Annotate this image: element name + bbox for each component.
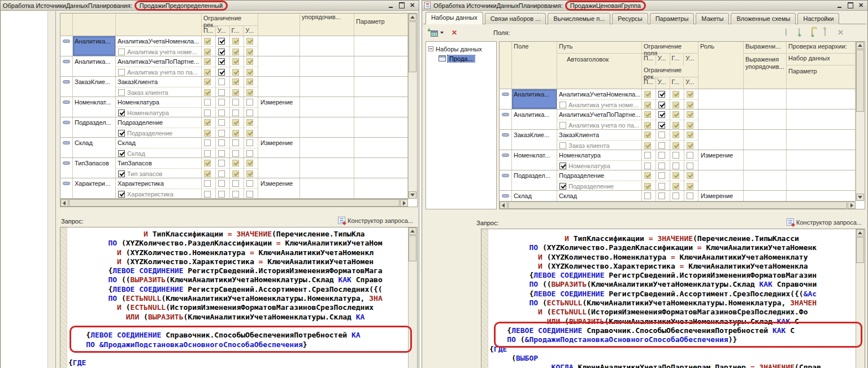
auto-title-checkbox-checked[interactable] [118, 191, 125, 198]
parameter-cell[interactable] [354, 36, 408, 56]
table-row[interactable]: ТипЗапасовТипЗапасовТип запасов [60, 158, 408, 178]
checkbox-dim[interactable] [232, 130, 239, 137]
role-cell[interactable] [258, 36, 300, 56]
checkbox-dim[interactable] [204, 89, 211, 96]
checkbox-strong[interactable] [658, 122, 665, 129]
checkbox-none[interactable] [658, 152, 665, 159]
checkbox-none[interactable] [672, 163, 679, 169]
auto-title-checkbox[interactable] [118, 49, 125, 55]
table-row[interactable]: Подраздел...ПодразделениеПодразделение [500, 170, 856, 191]
datasets-tree-panel[interactable] [1, 11, 56, 368]
field-name-cell[interactable]: Подраздел... [73, 117, 116, 137]
row-grip[interactable] [60, 36, 73, 56]
role-cell[interactable]: Измерение [698, 150, 744, 170]
parameter-cell[interactable] [787, 191, 856, 201]
checkbox-dim[interactable] [246, 78, 253, 85]
checkbox-none[interactable] [246, 150, 253, 157]
path-cell[interactable]: АналитикаУчетаНоменкла...Аналитика учета… [116, 36, 202, 56]
tab-параметры[interactable]: Параметры [650, 13, 695, 24]
checkbox-dim[interactable] [687, 102, 693, 108]
checkbox-dim[interactable] [644, 183, 651, 190]
row-grip[interactable] [500, 191, 512, 201]
checkbox-none[interactable] [218, 89, 225, 96]
role-cell[interactable] [698, 109, 744, 129]
tab-вложенные-схемы[interactable]: Вложенные схемы [731, 13, 796, 24]
parameter-cell[interactable] [787, 109, 856, 129]
expression-cell[interactable] [744, 170, 787, 190]
add-table-icon[interactable] [824, 29, 834, 37]
path-cell[interactable]: НоменклатураНоменклатура [116, 97, 202, 117]
parameter-cell[interactable] [354, 117, 408, 137]
checkbox-none[interactable] [204, 191, 211, 198]
path-cell[interactable]: СкладСклад [116, 138, 202, 157]
checkbox-none[interactable] [218, 119, 225, 126]
checkbox-none[interactable] [232, 150, 239, 157]
path-cell[interactable]: ПодразделениеПодразделение [116, 117, 202, 137]
checkbox-none[interactable] [232, 99, 239, 106]
row-grip[interactable] [500, 170, 512, 190]
checkbox-none[interactable] [246, 139, 253, 146]
tab-ресурсы[interactable]: Ресурсы [612, 13, 648, 24]
row-grip[interactable] [60, 178, 73, 198]
add-folder-icon[interactable] [811, 29, 821, 37]
expression-cell[interactable] [744, 89, 787, 109]
expression-cell[interactable] [744, 130, 787, 150]
table-row[interactable]: Характери...ХарактеристикаХарактеристика… [60, 178, 408, 199]
expression-cell[interactable] [744, 150, 787, 170]
path-cell[interactable]: АналитикаУчетаПоПартне...Аналитика учета… [557, 109, 642, 129]
checkbox-dim[interactable] [246, 130, 253, 137]
checkbox-none[interactable] [658, 142, 665, 149]
table-row[interactable]: Подраздел...ПодразделениеПодразделение [60, 117, 408, 138]
table-row[interactable]: ЗаказКлие...ЗаказКлиентаЗаказ клиента [60, 77, 408, 97]
row-grip[interactable] [60, 138, 73, 157]
checkbox-none[interactable] [672, 192, 679, 199]
tab-связи-наборов-[interactable]: Связи наборов ... [485, 13, 546, 24]
checkbox-none[interactable] [218, 160, 225, 167]
checkbox-none[interactable] [658, 163, 665, 169]
auto-title-checkbox[interactable] [118, 89, 125, 96]
role-cell[interactable] [258, 56, 300, 76]
checkbox-dim[interactable] [232, 160, 239, 167]
checkbox-none[interactable] [246, 180, 253, 187]
row-grip[interactable] [60, 117, 73, 137]
expression-cell[interactable] [300, 138, 354, 157]
checkbox-strong[interactable] [218, 69, 225, 76]
checkbox-dim[interactable] [687, 91, 693, 98]
field-name-cell[interactable]: Номенклат... [512, 150, 557, 170]
row-grip[interactable] [500, 109, 512, 129]
checkbox-dim[interactable] [246, 170, 253, 177]
checkbox-strong[interactable] [218, 58, 225, 65]
expression-cell[interactable] [300, 117, 354, 137]
checkbox-dim[interactable] [687, 172, 693, 179]
row-grip[interactable] [500, 150, 512, 170]
parameter-cell[interactable] [354, 138, 408, 157]
checkbox-none[interactable] [218, 130, 225, 137]
parameter-cell[interactable] [787, 130, 856, 150]
tab-наборы-данных[interactable]: Наборы данных [426, 12, 483, 24]
checkbox-dim[interactable] [246, 58, 253, 65]
add-dataset-dropdown-icon[interactable] [440, 32, 444, 34]
checkbox-dim[interactable] [672, 142, 679, 149]
maximize-button[interactable] [397, 2, 406, 9]
checkbox-none[interactable] [218, 78, 225, 85]
checkbox-dim[interactable] [204, 78, 211, 85]
role-cell[interactable] [258, 117, 300, 137]
field-name-cell[interactable]: ЗаказКлие... [512, 130, 557, 150]
checkbox-dim[interactable] [246, 119, 253, 126]
auto-title-checkbox[interactable] [559, 122, 566, 129]
checkbox-dim[interactable] [672, 183, 679, 190]
table-vertical-scrollbar[interactable] [856, 42, 865, 201]
expression-cell[interactable] [744, 191, 787, 201]
checkbox-none[interactable] [218, 99, 225, 106]
table-row[interactable]: Номенклат...НоменклатураНоменклатураИзме… [60, 97, 408, 117]
role-cell[interactable]: Измерение [698, 191, 744, 201]
checkbox-none[interactable] [672, 152, 679, 159]
table-horizontal-scrollbar[interactable] [500, 201, 856, 209]
checkbox-dim[interactable] [246, 69, 253, 76]
maximize-button[interactable] [846, 2, 854, 9]
checkbox-dim[interactable] [672, 122, 679, 129]
add-field-icon[interactable] [785, 29, 795, 37]
checkbox-none[interactable] [204, 180, 211, 187]
path-cell[interactable]: ЗаказКлиентаЗаказ клиента [557, 130, 642, 150]
tree-item-dataset[interactable]: Прода... [427, 54, 495, 63]
